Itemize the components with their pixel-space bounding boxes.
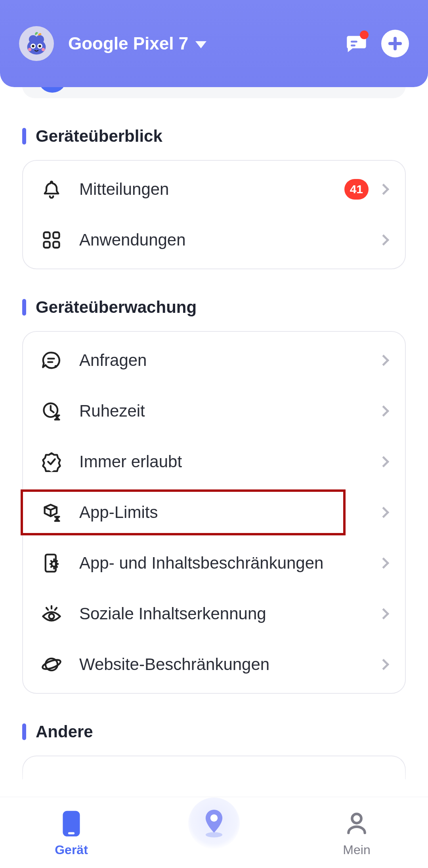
section-other-title: Andere bbox=[22, 722, 406, 741]
svg-rect-12 bbox=[388, 42, 402, 45]
svg-rect-15 bbox=[44, 242, 50, 247]
svg-rect-16 bbox=[53, 242, 59, 247]
row-content-restrictions[interactable]: App- und Inhaltsbeschränkungen bbox=[23, 538, 405, 588]
notifications-label: Mitteilungen bbox=[79, 180, 328, 199]
chevron-right-icon bbox=[378, 659, 389, 670]
section-overview-title: Geräteüberblick bbox=[22, 127, 406, 146]
chevron-right-icon bbox=[378, 184, 389, 195]
row-notifications[interactable]: Mitteilungen 41 bbox=[23, 164, 405, 215]
row-applications[interactable]: Anwendungen bbox=[23, 215, 405, 265]
svg-rect-9 bbox=[351, 41, 357, 43]
verified-badge-icon bbox=[40, 451, 63, 473]
monitoring-card: Anfragen Ruhezeit Immer erlaubt bbox=[22, 331, 406, 694]
planet-icon bbox=[40, 653, 63, 676]
chevron-right-icon bbox=[378, 355, 389, 366]
apps-grid-icon bbox=[40, 229, 63, 251]
downtime-label: Ruhezeit bbox=[79, 402, 363, 421]
chevron-right-icon bbox=[378, 405, 389, 417]
section-monitoring-title: Geräteüberwachung bbox=[22, 298, 406, 317]
request-bubble-icon bbox=[40, 349, 63, 371]
profile-tab-icon bbox=[344, 808, 369, 839]
notifications-count-badge: 41 bbox=[344, 179, 369, 200]
nav-location[interactable] bbox=[143, 817, 285, 849]
eye-rays-icon bbox=[40, 603, 63, 625]
bell-icon bbox=[40, 178, 63, 200]
svg-rect-10 bbox=[351, 44, 355, 46]
app-limits-label: App-Limits bbox=[79, 503, 363, 522]
social-detection-label: Soziale Inhaltserkennung bbox=[79, 604, 363, 623]
svg-point-23 bbox=[49, 614, 54, 619]
svg-rect-13 bbox=[44, 232, 50, 238]
chevron-right-icon bbox=[378, 558, 389, 569]
svg-line-25 bbox=[46, 608, 48, 610]
svg-point-6 bbox=[38, 45, 41, 47]
svg-point-5 bbox=[32, 45, 34, 47]
plus-icon bbox=[387, 35, 403, 52]
main-content: Geräteüberblick Mitteilungen 41 bbox=[0, 82, 428, 858]
box-hourglass-icon bbox=[40, 501, 63, 523]
section-bar-icon bbox=[22, 299, 26, 316]
overview-card: Mitteilungen 41 Anwendungen bbox=[22, 160, 406, 269]
clock-hourglass-icon bbox=[40, 400, 63, 422]
nav-device[interactable]: Gerät bbox=[1, 808, 142, 857]
chevron-right-icon bbox=[378, 234, 389, 246]
svg-line-26 bbox=[55, 608, 57, 610]
requests-label: Anfragen bbox=[79, 351, 363, 370]
device-switcher[interactable]: Google Pixel 7 bbox=[68, 34, 206, 53]
svg-point-28 bbox=[42, 658, 62, 671]
chevron-right-icon bbox=[378, 507, 389, 518]
add-button[interactable] bbox=[381, 30, 409, 57]
nav-device-label: Gerät bbox=[55, 843, 88, 857]
chevron-right-icon bbox=[378, 608, 389, 619]
app-header: Google Pixel 7 bbox=[0, 0, 428, 87]
svg-point-7 bbox=[28, 48, 32, 51]
nav-mine-label: Mein bbox=[343, 843, 370, 857]
avatar-berry-icon bbox=[23, 30, 50, 57]
bottom-nav: Gerät Mein bbox=[0, 797, 428, 868]
location-tab-icon bbox=[188, 798, 240, 849]
always-allowed-label: Immer erlaubt bbox=[79, 452, 363, 471]
nav-mine[interactable]: Mein bbox=[286, 808, 427, 857]
svg-point-8 bbox=[42, 48, 45, 51]
svg-point-19 bbox=[55, 365, 57, 368]
section-other-label: Andere bbox=[36, 722, 93, 741]
row-social-detection[interactable]: Soziale Inhaltserkennung bbox=[23, 588, 405, 639]
device-tab-icon bbox=[60, 808, 82, 839]
device-name: Google Pixel 7 bbox=[68, 34, 188, 53]
content-restrictions-label: App- und Inhaltsbeschränkungen bbox=[79, 554, 363, 573]
other-card-peek bbox=[22, 756, 406, 779]
svg-point-32 bbox=[210, 814, 218, 822]
website-restrictions-label: Website-Beschränkungen bbox=[79, 655, 363, 674]
phone-gear-icon bbox=[40, 552, 63, 574]
dropdown-caret-icon bbox=[195, 41, 206, 48]
row-downtime[interactable]: Ruhezeit bbox=[23, 386, 405, 436]
section-monitoring-label: Geräteüberwachung bbox=[36, 298, 197, 317]
applications-label: Anwendungen bbox=[79, 230, 363, 249]
svg-point-31 bbox=[206, 832, 222, 837]
section-bar-icon bbox=[22, 128, 26, 145]
svg-rect-14 bbox=[53, 232, 59, 238]
section-bar-icon bbox=[22, 723, 26, 740]
row-app-limits[interactable]: App-Limits bbox=[23, 487, 405, 538]
row-website-restrictions[interactable]: Website-Beschränkungen bbox=[23, 639, 405, 690]
messages-unread-dot bbox=[360, 30, 369, 39]
svg-point-2 bbox=[36, 35, 44, 44]
row-always-allowed[interactable]: Immer erlaubt bbox=[23, 436, 405, 487]
chevron-right-icon bbox=[378, 456, 389, 467]
child-avatar[interactable] bbox=[19, 26, 54, 61]
row-requests[interactable]: Anfragen bbox=[23, 335, 405, 386]
messages-button[interactable] bbox=[342, 30, 369, 57]
section-overview-label: Geräteüberblick bbox=[36, 127, 162, 146]
svg-point-33 bbox=[352, 814, 361, 823]
svg-rect-30 bbox=[68, 832, 75, 834]
